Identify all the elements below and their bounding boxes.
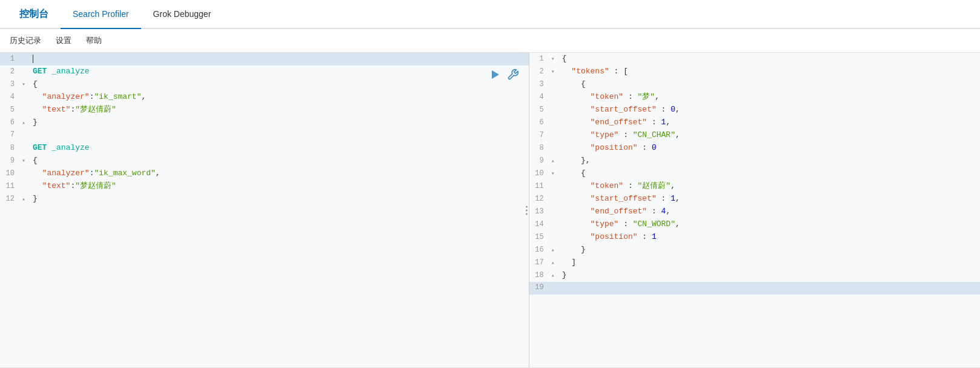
left-editor-pane[interactable]: 1 2 GET _analyze 3 ▾ { 4 "analyzer":"ik_ (0, 53, 529, 367)
right-code-line-11: 11 "token" : "赵倩蔚", (529, 180, 980, 193)
code-line-12: 12 ▴ } (0, 193, 529, 206)
code-line-3: 3 ▾ { (0, 78, 529, 91)
right-code-line-8: 8 "position" : 0 (529, 142, 980, 155)
code-line-4: 4 "analyzer":"ik_smart", (0, 91, 529, 104)
settings-button[interactable]: 设置 (53, 34, 74, 47)
code-line-8: 8 GET _analyze (0, 142, 529, 155)
code-line-2: 2 GET _analyze (0, 65, 529, 78)
right-code-line-12: 12 "start_offset" : 1, (529, 193, 980, 206)
right-code-editor[interactable]: 1 ▾ { 2 ▾ "tokens" : [ 3 { 4 "to (529, 53, 980, 367)
right-editor-pane: 1 ▾ { 2 ▾ "tokens" : [ 3 { 4 "to (529, 53, 980, 367)
tab-console[interactable]: 控制台 (7, 0, 61, 28)
code-line-10: 10 "analyzer":"ik_max_word", (0, 167, 529, 180)
right-code-line-17: 17 ▴ ] (529, 256, 980, 269)
right-code-line-10: 10 ▾ { (529, 167, 980, 180)
right-code-line-4: 4 "token" : "梦", (529, 91, 980, 104)
svg-marker-0 (492, 70, 499, 79)
right-code-line-18: 18 ▴ } (529, 269, 980, 282)
right-code-line-16: 16 ▴ } (529, 244, 980, 256)
left-pane-actions (489, 69, 519, 84)
right-code-line-14: 14 "type" : "CN_WORD", (529, 218, 980, 231)
run-icon[interactable] (489, 69, 501, 84)
code-line-7: 7 (0, 129, 529, 142)
right-code-line-19: 19 (529, 282, 980, 295)
tab-search-profiler[interactable]: Search Profiler (61, 0, 141, 28)
tools-icon[interactable] (507, 69, 519, 84)
history-button[interactable]: 历史记录 (7, 34, 44, 47)
right-code-line-9: 9 ▴ }, (529, 155, 980, 167)
code-line-9: 9 ▾ { (0, 155, 529, 167)
left-code-editor[interactable]: 1 2 GET _analyze 3 ▾ { 4 "analyzer":"ik_ (0, 53, 529, 367)
resize-handle[interactable] (524, 203, 529, 217)
tab-grok-debugger[interactable]: Grok Debugger (141, 0, 223, 28)
code-line-11: 11 "text":"梦赵倩蔚" (0, 180, 529, 193)
right-code-line-2: 2 ▾ "tokens" : [ (529, 65, 980, 78)
code-line-1: 1 (0, 53, 529, 65)
top-nav: 控制台 Search Profiler Grok Debugger (0, 0, 980, 29)
right-code-line-15: 15 "position" : 1 (529, 231, 980, 244)
right-code-line-6: 6 "end_offset" : 1, (529, 116, 980, 129)
secondary-toolbar: 历史记录 设置 帮助 (0, 29, 980, 53)
right-code-line-1: 1 ▾ { (529, 53, 980, 65)
right-code-line-3: 3 { (529, 78, 980, 91)
code-line-5: 5 "text":"梦赵倩蔚" (0, 104, 529, 116)
code-line-6: 6 ▴ } (0, 116, 529, 129)
main-content: 1 2 GET _analyze 3 ▾ { 4 "analyzer":"ik_ (0, 53, 980, 367)
right-code-line-5: 5 "start_offset" : 0, (529, 104, 980, 116)
right-code-line-13: 13 "end_offset" : 4, (529, 206, 980, 218)
right-code-line-7: 7 "type" : "CN_CHAR", (529, 129, 980, 142)
help-button[interactable]: 帮助 (84, 34, 104, 47)
